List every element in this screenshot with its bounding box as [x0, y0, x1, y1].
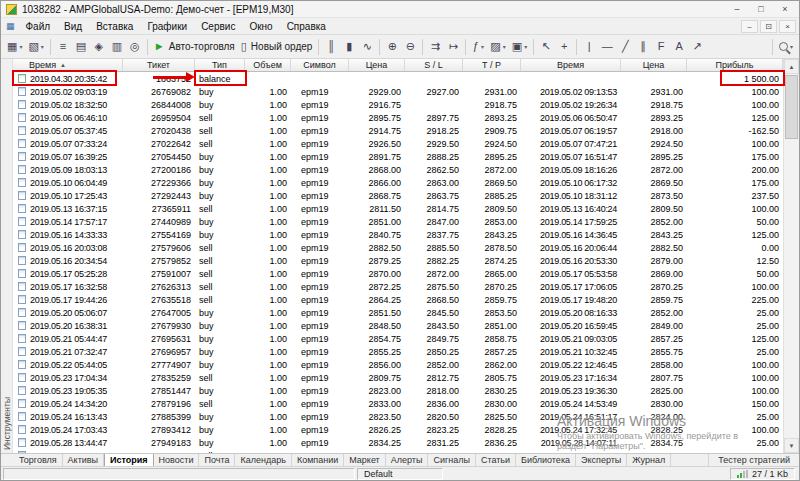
- history-row[interactable]: 2019.05.17 16:32:5827626313sell1.00epm19…: [13, 280, 783, 293]
- history-row[interactable]: 2019.05.10 06:04:4927229366buy1.00epm192…: [13, 176, 783, 189]
- trendline-button[interactable]: ╱: [616, 37, 634, 57]
- history-row[interactable]: 2019.05.23 17:04:3427835259sell1.00epm19…: [13, 371, 783, 384]
- auto-trading-button[interactable]: ►Авто-торговля: [151, 37, 238, 57]
- history-row[interactable]: 2019.05.13 16:37:1527365911sell1.00epm19…: [13, 202, 783, 215]
- tab-assets[interactable]: Активы: [63, 454, 104, 466]
- horizontal-line-button[interactable]: —: [598, 37, 616, 57]
- tab-news[interactable]: Новости: [154, 454, 200, 466]
- history-row[interactable]: 2019.05.16 20:34:5427579852sell1.00epm19…: [13, 254, 783, 267]
- profile-selector[interactable]: Default: [357, 468, 443, 480]
- scroll-thumb[interactable]: [785, 75, 798, 139]
- menu-help[interactable]: Справка: [280, 20, 333, 33]
- header-close-price[interactable]: Цена: [621, 59, 687, 71]
- new-chart-button[interactable]: ▦▾: [4, 37, 25, 57]
- zoom-out-button[interactable]: ⊖: [401, 37, 419, 57]
- profiles-button[interactable]: ▧▾: [25, 37, 46, 57]
- history-row[interactable]: 2019.05.28 15:34:2727960530sell1.00epm19…: [13, 449, 783, 453]
- data-window-button[interactable]: ▤: [72, 37, 90, 57]
- vertical-line-button[interactable]: |: [580, 37, 598, 57]
- tab-market[interactable]: Маркет: [344, 454, 385, 466]
- history-row[interactable]: 2019.05.24 16:13:4327885399buy1.00epm192…: [13, 410, 783, 423]
- market-watch-button[interactable]: ≡: [54, 37, 72, 57]
- header-open-time[interactable]: Время▲: [13, 59, 123, 71]
- vertical-scrollbar[interactable]: ▲ ▼: [783, 59, 799, 453]
- auto-scroll-button[interactable]: ⇉: [426, 37, 444, 57]
- strategy-tester-toggle[interactable]: Тестер стратегий: [708, 454, 799, 466]
- history-row[interactable]: 2019.05.24 17:03:4327893412buy1.00epm192…: [13, 423, 783, 436]
- history-row[interactable]: 2019.05.09 18:03:1327200186buy1.00epm192…: [13, 163, 783, 176]
- tab-experts[interactable]: Эксперты: [576, 454, 627, 466]
- crosshair-button[interactable]: +: [555, 37, 573, 57]
- header-close-time[interactable]: Время: [521, 59, 621, 71]
- fibonacci-button[interactable]: F: [652, 37, 670, 57]
- header-profit[interactable]: Прибыль: [687, 59, 783, 71]
- menu-window[interactable]: Окно: [242, 20, 279, 33]
- arrow-tool-button[interactable]: ↗: [688, 37, 706, 57]
- search-button[interactable]: ▾: [776, 37, 796, 57]
- child-minimize-button[interactable]: –: [741, 20, 758, 33]
- minimize-button[interactable]: –: [725, 2, 749, 17]
- menu-file[interactable]: Файл: [19, 20, 58, 33]
- history-row[interactable]: 2019.05.07 05:37:4527020438sell1.00epm19…: [13, 124, 783, 137]
- tab-trade[interactable]: Торговля: [14, 454, 63, 466]
- child-close-button[interactable]: ×: [779, 20, 796, 33]
- history-row[interactable]: 2019.05.17 05:25:2827591007sell1.00epm19…: [13, 267, 783, 280]
- chart-shift-button[interactable]: ↦: [444, 37, 462, 57]
- history-row[interactable]: 2019.05.10 17:25:4327292443buy1.00epm192…: [13, 189, 783, 202]
- history-row[interactable]: 2019.05.28 13:44:4727949183buy1.00epm192…: [13, 436, 783, 449]
- cursor-button[interactable]: ↖: [537, 37, 555, 57]
- history-row[interactable]: 2019.05.14 17:57:1727440989buy1.00epm192…: [13, 215, 783, 228]
- history-row[interactable]: 2019.05.16 14:33:3327554169buy1.00epm192…: [13, 228, 783, 241]
- menu-charts[interactable]: Графики: [140, 20, 194, 33]
- history-row[interactable]: 2019.05.21 05:44:4727695631buy1.00epm192…: [13, 332, 783, 345]
- tab-signals[interactable]: Сигналы: [428, 454, 476, 466]
- history-row[interactable]: 2019.05.07 07:33:2427022642sell1.00epm19…: [13, 137, 783, 150]
- history-row[interactable]: 2019.05.20 16:38:3127679930buy1.00epm192…: [13, 319, 783, 332]
- scroll-down-button[interactable]: ▼: [784, 438, 799, 453]
- history-row[interactable]: 2019.05.07 16:39:2527054450buy1.00epm192…: [13, 150, 783, 163]
- history-row[interactable]: 2019.05.22 05:44:0527774907buy1.00epm192…: [13, 358, 783, 371]
- navigator-button[interactable]: ◈: [90, 37, 108, 57]
- tab-calendar[interactable]: Календарь: [235, 454, 291, 466]
- indicators-button[interactable]: ƒ▾: [469, 37, 487, 57]
- header-tp[interactable]: T / P: [463, 59, 521, 71]
- history-row[interactable]: 2019.05.20 05:06:0727647005buy1.00epm192…: [13, 306, 783, 319]
- periods-button[interactable]: ▨▾: [487, 37, 508, 57]
- history-row[interactable]: 2019.05.02 18:32:5026844008buy1.00epm192…: [13, 98, 783, 111]
- bars-chart-button[interactable]: ║: [322, 37, 340, 57]
- history-row[interactable]: 2019.05.23 19:05:3527851447buy1.00epm192…: [13, 384, 783, 397]
- line-chart-button[interactable]: ∿: [358, 37, 376, 57]
- toolbox-label[interactable]: Инструменты: [2, 397, 12, 450]
- tab-articles[interactable]: Статьи: [476, 454, 516, 466]
- child-restore-button[interactable]: ⊡: [760, 20, 777, 33]
- history-row[interactable]: 2019.05.02 09:03:1926769082buy1.00epm192…: [13, 85, 783, 98]
- history-row[interactable]: 2019.05.24 14:34:2027879196sell1.00epm19…: [13, 397, 783, 410]
- zoom-in-button[interactable]: ⊕: [383, 37, 401, 57]
- menu-tools[interactable]: Сервис: [194, 20, 242, 33]
- header-sl[interactable]: S / L: [405, 59, 463, 71]
- header-type[interactable]: Тип: [195, 59, 245, 71]
- header-volume[interactable]: Объем: [245, 59, 291, 71]
- tab-journal[interactable]: Журнал: [627, 454, 671, 466]
- tab-mail[interactable]: Почта: [199, 454, 235, 466]
- history-row[interactable]: 2019.05.21 07:32:4727696957buy1.00epm192…: [13, 345, 783, 358]
- maximize-button[interactable]: □: [749, 2, 773, 17]
- strategy-tester-button[interactable]: ◎: [126, 37, 144, 57]
- tab-library[interactable]: Библиотека: [516, 454, 576, 466]
- balance-row[interactable]: 2019.04.30 20:35:421863752balance1 500.0…: [13, 72, 783, 85]
- terminal-button[interactable]: ▥: [108, 37, 126, 57]
- new-order-button[interactable]: ▯Новый ордер: [238, 37, 316, 57]
- candles-chart-button[interactable]: ▮: [340, 37, 358, 57]
- channel-button[interactable]: ∥: [634, 37, 652, 57]
- header-symbol[interactable]: Символ: [291, 59, 349, 71]
- close-button[interactable]: ×: [773, 2, 797, 17]
- tab-alerts[interactable]: Алерты: [386, 454, 429, 466]
- menu-insert[interactable]: Вставка: [89, 20, 140, 33]
- text-tool-button[interactable]: A: [670, 37, 688, 57]
- history-row[interactable]: 2019.05.06 06:46:1026959504sell1.00epm19…: [13, 111, 783, 124]
- header-open-price[interactable]: Цена: [349, 59, 405, 71]
- tab-companies[interactable]: Компании: [292, 454, 344, 466]
- history-row[interactable]: 2019.05.17 19:44:2627635518sell1.00epm19…: [13, 293, 783, 306]
- header-ticket[interactable]: Тикет: [123, 59, 195, 71]
- history-row[interactable]: 2019.05.16 20:03:0827579606sell1.00epm19…: [13, 241, 783, 254]
